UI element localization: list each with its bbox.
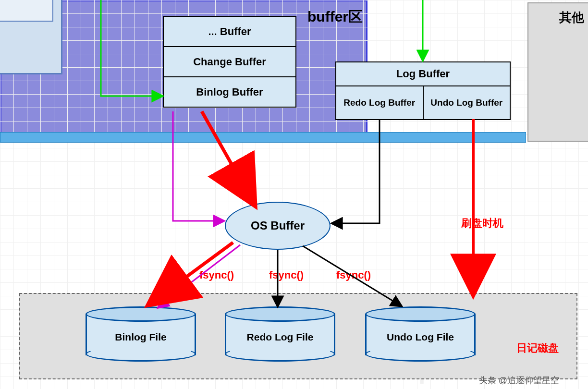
redo-file-label: Redo Log File	[225, 331, 335, 343]
undo-log-buffer: Undo Log Buffer	[424, 86, 510, 119]
left-partial-box	[0, 0, 62, 74]
buffer-cell-other: ... Buffer	[163, 16, 296, 47]
other-zone: 其他	[527, 2, 588, 142]
cylinder-redo: Redo Log File	[225, 306, 335, 362]
left-inner-box	[0, 0, 53, 22]
log-buffer-box: Log Buffer Redo Log Buffer Undo Log Buff…	[335, 61, 511, 120]
credit-text: 头条 @追逐仰望星空	[479, 375, 559, 386]
flush-timing-label: 刷盘时机	[461, 216, 503, 231]
fsync-label-1: fsync()	[199, 269, 234, 281]
os-buffer: OS Buffer	[225, 202, 331, 250]
buffer-cell-binlog: Binlog Buffer	[163, 76, 296, 108]
other-label: 其他	[559, 9, 584, 26]
redo-log-buffer: Redo Log Buffer	[336, 86, 424, 119]
cylinder-undo: Undo Log File	[365, 306, 476, 362]
buffer-stack: ... Buffer Change Buffer Binlog Buffer	[163, 17, 296, 108]
log-buffer-title: Log Buffer	[336, 62, 510, 86]
buffer-zone-title: buffer区	[307, 7, 363, 27]
blue-bar	[0, 132, 526, 143]
buffer-cell-change: Change Buffer	[163, 46, 296, 77]
disk-label: 日记磁盘	[516, 341, 559, 355]
fsync-label-3: fsync()	[336, 269, 371, 281]
undo-file-label: Undo Log File	[365, 331, 476, 343]
binlog-file-label: Binlog File	[86, 331, 196, 343]
cylinder-binlog: Binlog File	[86, 306, 196, 362]
fsync-label-2: fsync()	[269, 269, 304, 281]
